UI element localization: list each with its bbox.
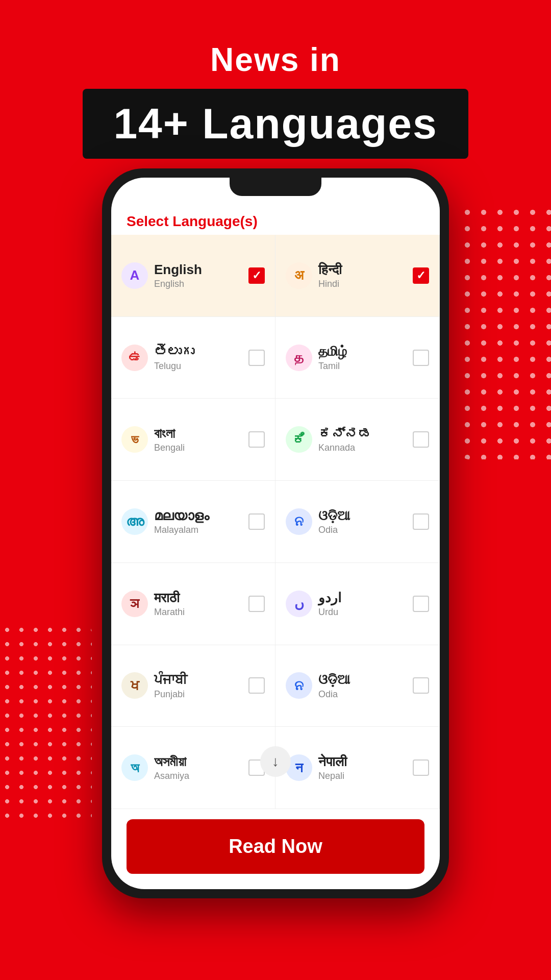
lang-english-name-kannada: Kannada [318, 443, 407, 453]
lang-info-marathi: मराठीMarathi [154, 590, 242, 618]
lang-icon-odia2: ନ [286, 672, 312, 699]
dots-decoration-right [459, 204, 551, 459]
lang-icon-odia: ନ [286, 508, 312, 535]
lang-info-asamiya: অসমীয়াAsamiya [154, 754, 242, 781]
lang-checkbox-malayalam[interactable] [248, 513, 265, 530]
lang-checkbox-nepali[interactable] [413, 760, 429, 776]
language-item-kannada[interactable]: ಕಿಕನ್ನಡKannada [276, 399, 440, 481]
lang-checkbox-odia2[interactable] [413, 677, 429, 694]
lang-native-name-tamil: தமிழ் [318, 344, 407, 359]
lang-info-odia2: ଓଡ଼ିଆOdia [318, 672, 407, 699]
lang-native-name-marathi: मराठी [154, 590, 242, 606]
lang-info-urdu: اردوUrdu [318, 590, 407, 618]
lang-info-nepali: नेपालीNepali [318, 754, 407, 781]
lang-icon-urdu: ں [286, 591, 312, 617]
lang-native-name-odia2: ଓଡ଼ିଆ [318, 672, 407, 688]
lang-english-name-bengali: Bengali [154, 443, 242, 453]
language-item-odia[interactable]: ନଓଡ଼ିଆOdia [276, 481, 440, 563]
select-language-label: Select Language(s) [111, 203, 440, 235]
lang-checkbox-urdu[interactable] [413, 596, 429, 612]
lang-english-name-tamil: Tamil [318, 361, 407, 372]
lang-english-name-punjabi: Punjabi [154, 689, 242, 700]
header-subtitle: News in [0, 41, 551, 79]
language-item-telugu[interactable]: ఉతెలుగుTelugu [111, 317, 276, 399]
lang-info-kannada: ಕನ್ನಡKannada [318, 426, 407, 453]
phone-notch [230, 178, 321, 196]
lang-info-english: EnglishEnglish [154, 262, 242, 289]
scroll-down-indicator: ↓ [260, 746, 291, 777]
lang-native-name-urdu: اردو [318, 590, 407, 606]
read-now-button[interactable]: Read Now [127, 819, 424, 874]
lang-icon-bengali: ভ [121, 426, 148, 453]
phone-mockup: Select Language(s) AEnglishEnglishअहिन्द… [102, 168, 449, 898]
lang-native-name-bengali: বাংলা [154, 426, 242, 442]
lang-english-name-urdu: Urdu [318, 607, 407, 618]
lang-english-name-hindi: Hindi [318, 279, 407, 289]
lang-info-bengali: বাংলাBengali [154, 426, 242, 453]
lang-icon-tamil: த [286, 345, 312, 371]
header-title: 14+ Languages [113, 99, 437, 149]
lang-checkbox-tamil[interactable] [413, 350, 429, 366]
lang-native-name-hindi: हिन्दी [318, 262, 407, 278]
lang-english-name-marathi: Marathi [154, 607, 242, 618]
lang-checkbox-bengali[interactable] [248, 431, 265, 448]
language-item-hindi[interactable]: अहिन्दीHindi [276, 235, 440, 317]
screen-content: Select Language(s) AEnglishEnglishअहिन्द… [111, 178, 440, 889]
header-banner: 14+ Languages [83, 89, 468, 159]
lang-native-name-punjabi: ਪੰਜਾਬੀ [154, 672, 242, 688]
language-item-malayalam[interactable]: അമലയാളംMalayalam [111, 481, 276, 563]
lang-checkbox-marathi[interactable] [248, 596, 265, 612]
lang-info-malayalam: മലയാളംMalayalam [154, 508, 242, 535]
lang-icon-punjabi: ਖ [121, 672, 148, 699]
phone-screen: Select Language(s) AEnglishEnglishअहिन्द… [111, 178, 440, 889]
header: News in 14+ Languages [0, 0, 551, 159]
lang-english-name-nepali: Nepali [318, 771, 407, 781]
lang-info-punjabi: ਪੰਜਾਬੀPunjabi [154, 672, 242, 699]
language-item-asamiya[interactable]: অঅসমীয়াAsamiya [111, 727, 276, 809]
lang-native-name-asamiya: অসমীয়া [154, 754, 242, 770]
lang-native-name-english: English [154, 262, 242, 278]
lang-native-name-odia: ଓଡ଼ିଆ [318, 508, 407, 524]
lang-english-name-asamiya: Asamiya [154, 771, 242, 781]
lang-native-name-kannada: ಕನ್ನಡ [318, 426, 407, 442]
lang-info-telugu: తెలుగుTelugu [154, 344, 242, 371]
language-item-odia2[interactable]: ନଓଡ଼ିଆOdia [276, 645, 440, 727]
phone-outer-shell: Select Language(s) AEnglishEnglishअहिन्द… [102, 168, 449, 898]
lang-english-name-odia: Odia [318, 525, 407, 535]
language-item-urdu[interactable]: ںاردوUrdu [276, 563, 440, 645]
lang-icon-kannada: ಕಿ [286, 426, 312, 453]
language-item-tamil[interactable]: ததமிழ்Tamil [276, 317, 440, 399]
lang-english-name-english: English [154, 279, 242, 289]
lang-info-hindi: हिन्दीHindi [318, 262, 407, 289]
language-item-bengali[interactable]: ভবাংলাBengali [111, 399, 276, 481]
lang-native-name-nepali: नेपाली [318, 754, 407, 770]
language-item-english[interactable]: AEnglishEnglish [111, 235, 276, 317]
language-grid: AEnglishEnglishअहिन्दीHindiఉతెలుగుTelugu… [111, 235, 440, 809]
language-item-marathi[interactable]: ञमराठीMarathi [111, 563, 276, 645]
language-item-punjabi[interactable]: ਖਪੰਜਾਬੀPunjabi [111, 645, 276, 727]
lang-checkbox-hindi[interactable] [413, 267, 429, 284]
lang-icon-telugu: ఉ [121, 345, 148, 371]
lang-icon-marathi: ञ [121, 591, 148, 617]
language-item-nepali[interactable]: ननेपालीNepali [276, 727, 440, 809]
lang-native-name-telugu: తెలుగు [154, 344, 242, 359]
lang-info-tamil: தமிழ்Tamil [318, 344, 407, 371]
lang-icon-hindi: अ [286, 262, 312, 289]
lang-checkbox-kannada[interactable] [413, 431, 429, 448]
dots-decoration-left [0, 623, 92, 827]
lang-native-name-malayalam: മലയാളം [154, 508, 242, 524]
lang-icon-english: A [121, 262, 148, 289]
lang-checkbox-punjabi[interactable] [248, 677, 265, 694]
lang-checkbox-odia[interactable] [413, 513, 429, 530]
lang-info-odia: ଓଡ଼ିଆOdia [318, 508, 407, 535]
lang-icon-asamiya: অ [121, 754, 148, 781]
lang-icon-malayalam: അ [121, 508, 148, 535]
lang-english-name-telugu: Telugu [154, 361, 242, 372]
lang-checkbox-english[interactable] [248, 267, 265, 284]
lang-english-name-odia2: Odia [318, 689, 407, 700]
lang-checkbox-telugu[interactable] [248, 350, 265, 366]
lang-english-name-malayalam: Malayalam [154, 525, 242, 535]
